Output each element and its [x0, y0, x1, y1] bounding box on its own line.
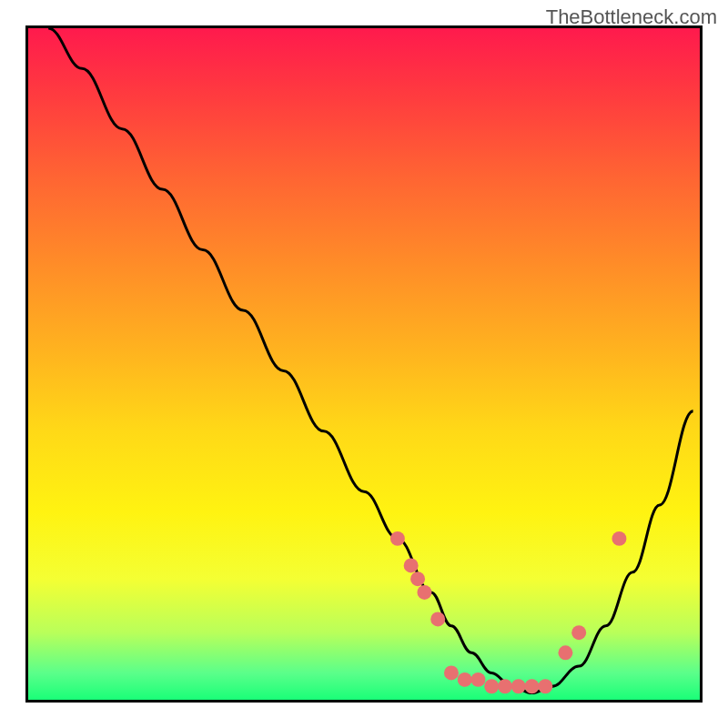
data-marker [538, 679, 552, 693]
marker-layer [390, 531, 626, 693]
curve-layer [48, 28, 693, 693]
data-marker [612, 531, 626, 546]
bottleneck-curve [48, 28, 693, 693]
curve-svg [28, 28, 700, 700]
data-marker [558, 645, 572, 660]
watermark-text: TheBottleneck.com [546, 5, 717, 29]
data-marker [458, 672, 472, 687]
data-marker [430, 612, 445, 626]
data-marker [404, 558, 419, 572]
data-marker [525, 679, 540, 693]
data-marker [484, 679, 499, 693]
chart-container: TheBottleneck.com [0, 0, 728, 728]
data-marker [444, 666, 459, 681]
data-marker [417, 585, 431, 600]
data-marker [498, 679, 512, 693]
data-marker [511, 679, 526, 693]
data-marker [390, 531, 405, 546]
data-marker [571, 625, 586, 640]
data-marker [410, 571, 425, 586]
plot-area [25, 25, 703, 703]
data-marker [470, 672, 485, 687]
